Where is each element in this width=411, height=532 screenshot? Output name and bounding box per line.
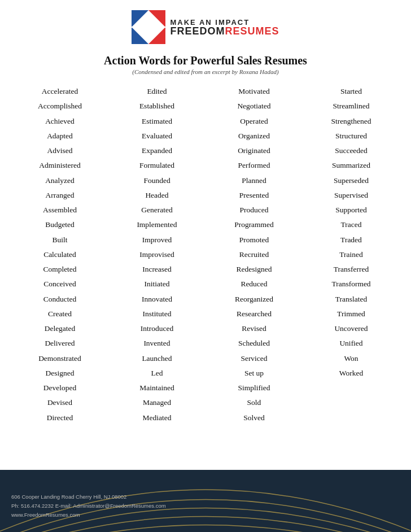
word-item: Trimmed	[303, 307, 400, 321]
word-item: Superseded	[303, 173, 400, 188]
word-item: Simplified	[206, 381, 303, 395]
word-item: Assembled	[11, 203, 108, 217]
word-item: Reduced	[206, 277, 303, 291]
word-item: Serviced	[206, 351, 303, 366]
word-item	[303, 411, 400, 425]
word-item: Succeeded	[303, 143, 400, 158]
word-item: Traced	[303, 217, 400, 232]
word-item	[303, 395, 400, 410]
footer-website: www.FreedomResumes.com	[11, 511, 166, 520]
word-item: Expanded	[108, 143, 206, 158]
page-wrapper: MAKE AN IMPACT FREEDOMRESUMES Action Wor…	[0, 0, 411, 532]
word-item: Worked	[303, 366, 400, 381]
word-item: Led	[108, 366, 206, 381]
word-item: Directed	[11, 411, 108, 425]
word-item: Started	[303, 84, 400, 99]
word-item: Researched	[206, 307, 303, 321]
word-item: Solved	[206, 411, 303, 425]
word-item: Recruited	[206, 247, 303, 262]
word-item: Built	[11, 233, 108, 247]
word-item: Improved	[108, 233, 206, 247]
word-item: Analyzed	[11, 173, 108, 188]
word-item: Invented	[108, 336, 206, 351]
word-item: Negotiated	[206, 99, 303, 114]
word-item: Motivated	[206, 84, 303, 99]
word-item: Demonstrated	[11, 351, 108, 366]
word-item: Budgeted	[11, 217, 108, 232]
word-item: Advised	[11, 143, 108, 158]
word-item: Set up	[206, 366, 303, 381]
footer-contact: Ph: 516.474.2232 E-mail: Administrator@F…	[11, 502, 166, 511]
word-item: Organized	[206, 129, 303, 143]
word-item: Estimated	[108, 114, 206, 129]
logo-text: MAKE AN IMPACT FREEDOMRESUMES	[170, 19, 279, 36]
word-item: Sold	[206, 395, 303, 410]
word-item: Conceived	[11, 277, 108, 291]
word-item: Edited	[108, 84, 206, 99]
word-item: Improvised	[108, 247, 206, 262]
word-item: Completed	[11, 262, 108, 277]
word-item: Evaluated	[108, 129, 206, 143]
word-item: Formulated	[108, 158, 206, 173]
word-item: Supported	[303, 203, 400, 217]
word-item: Introduced	[108, 321, 206, 336]
word-item: Increased	[108, 262, 206, 277]
word-item: Summarized	[303, 158, 400, 173]
word-item: Transferred	[303, 262, 400, 277]
word-item: Structured	[303, 129, 400, 143]
word-item: Programmed	[206, 217, 303, 232]
footer: 606 Cooper Landing Road Cherry Hill, NJ …	[0, 470, 411, 532]
words-section: AcceleratedEditedMotivatedStartedAccompl…	[0, 77, 411, 470]
word-item: Strengthened	[303, 114, 400, 129]
word-item: Designed	[11, 366, 108, 381]
word-item: Arranged	[11, 188, 108, 203]
word-item: Accomplished	[11, 99, 108, 114]
footer-text: 606 Cooper Landing Road Cherry Hill, NJ …	[0, 487, 177, 525]
word-item: Maintained	[108, 381, 206, 395]
word-item: Traded	[303, 233, 400, 247]
word-item: Redesigned	[206, 262, 303, 277]
main-title: Action Words for Powerful Sales Resumes	[0, 54, 411, 67]
title-area: Action Words for Powerful Sales Resumes …	[0, 50, 411, 77]
word-item: Mediated	[108, 411, 206, 425]
word-item: Headed	[108, 188, 206, 203]
word-item: Founded	[108, 173, 206, 188]
word-item: Supervised	[303, 188, 400, 203]
word-item: Launched	[108, 351, 206, 366]
word-item: Planned	[206, 173, 303, 188]
word-item: Streamlined	[303, 99, 400, 114]
word-item: Delivered	[11, 336, 108, 351]
word-item: Translated	[303, 292, 400, 307]
word-item: Innovated	[108, 292, 206, 307]
words-grid: AcceleratedEditedMotivatedStartedAccompl…	[11, 84, 400, 425]
svg-point-1	[146, 20, 151, 25]
footer-address: 606 Cooper Landing Road Cherry Hill, NJ …	[11, 492, 166, 502]
word-item: Conducted	[11, 292, 108, 307]
word-item: Reorganized	[206, 292, 303, 307]
word-item: Scheduled	[206, 336, 303, 351]
word-item: Developed	[11, 381, 108, 395]
word-item: Revised	[206, 321, 303, 336]
word-item: Performed	[206, 158, 303, 173]
word-item: Unified	[303, 336, 400, 351]
word-item: Promoted	[206, 233, 303, 247]
word-item: Generated	[108, 203, 206, 217]
word-item: Administered	[11, 158, 108, 173]
logo-freedom: FREEDOM	[170, 25, 225, 37]
word-item: Achieved	[11, 114, 108, 129]
logo-container: MAKE AN IMPACT FREEDOMRESUMES	[132, 10, 279, 44]
header: MAKE AN IMPACT FREEDOMRESUMES	[0, 0, 411, 50]
word-item: Transformed	[303, 277, 400, 291]
word-item: Established	[108, 99, 206, 114]
word-item: Calculated	[11, 247, 108, 262]
word-item: Trained	[303, 247, 400, 262]
word-item: Instituted	[108, 307, 206, 321]
word-item: Originated	[206, 143, 303, 158]
word-item: Initiated	[108, 277, 206, 291]
word-item: Accelerated	[11, 84, 108, 99]
word-item: Uncovered	[303, 321, 400, 336]
word-item: Implemented	[108, 217, 206, 232]
word-item: Produced	[206, 203, 303, 217]
word-item: Managed	[108, 395, 206, 410]
word-item: Devised	[11, 395, 108, 410]
